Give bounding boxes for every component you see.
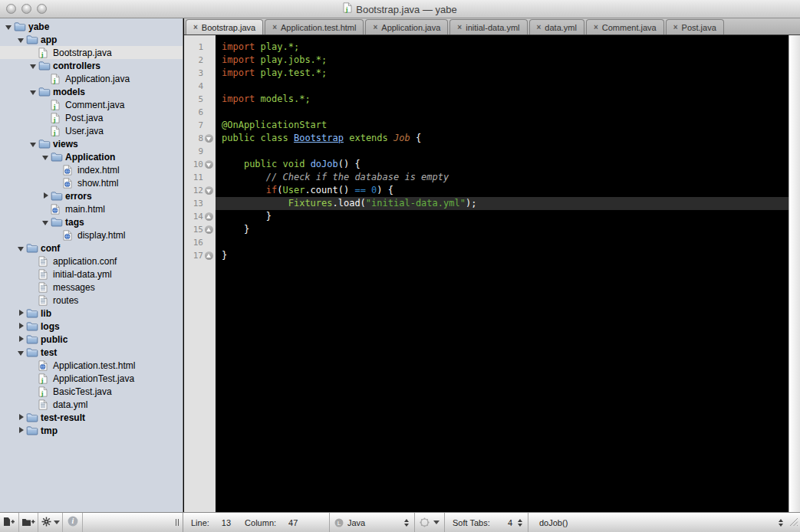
disclosure-triangle-right-icon[interactable] (17, 413, 26, 422)
tab-close-icon[interactable]: × (594, 23, 598, 31)
indent-spacer (41, 126, 51, 136)
tab-close-icon[interactable]: × (537, 23, 542, 31)
disclosure-triangle-right-icon[interactable] (17, 426, 26, 435)
sidebar-item-application[interactable]: Application (0, 150, 183, 163)
sidebar-item-show-html[interactable]: show.html (0, 176, 183, 189)
sidebar-item-models[interactable]: models (0, 85, 183, 98)
code-area[interactable]: import play.*;import play.jobs.*;import … (216, 35, 788, 512)
code-line[interactable]: import play.*; (216, 41, 788, 54)
sidebar-item-comment-java[interactable]: jComment.java (0, 98, 183, 111)
disclosure-triangle-right-icon[interactable] (41, 192, 51, 201)
tab-initial-data-yml[interactable]: ×initial-data.yml (449, 19, 527, 34)
symbol-popup[interactable]: doJob() (528, 513, 788, 532)
application-window: j Bootstrap.java — yabe yabeappjBootstra… (0, 0, 800, 532)
fold-end-icon[interactable] (203, 225, 214, 235)
disclosure-triangle-down-icon[interactable] (29, 61, 38, 71)
disclosure-triangle-down-icon[interactable] (17, 244, 26, 253)
language-popup[interactable]: L Java (330, 513, 414, 532)
sidebar-item-application-java[interactable]: jApplication.java (0, 72, 183, 85)
code-line[interactable]: @OnApplicationStart (216, 119, 788, 132)
sidebar-item-app[interactable]: app (0, 33, 183, 46)
disclosure-triangle-down-icon[interactable] (41, 218, 51, 227)
sidebar-item-user-java[interactable]: jUser.java (0, 124, 183, 137)
actions-menu-button[interactable] (38, 513, 63, 532)
code-line[interactable]: // Check if the database is empty (216, 171, 788, 184)
tab-close-icon[interactable]: × (457, 23, 462, 31)
disclosure-triangle-right-icon[interactable] (17, 335, 26, 344)
sidebar-item-tmp[interactable]: tmp (0, 424, 183, 437)
sidebar-item-test[interactable]: test (0, 346, 183, 359)
disclosure-triangle-down-icon[interactable] (17, 348, 26, 357)
window-resize-grip[interactable] (788, 517, 800, 528)
bundle-actions-popup[interactable] (415, 513, 444, 532)
tab-application-test-html[interactable]: ×Application.test.html (265, 19, 364, 34)
status-bar: i Line: 13 Column: 47 L Java (0, 512, 800, 532)
sidebar-item-application-test-html[interactable]: Application.test.html (0, 359, 183, 372)
disclosure-triangle-down-icon[interactable] (29, 140, 38, 149)
code-line[interactable]: public class Bootstrap extends Job { (216, 132, 788, 145)
sidebar-item-controllers[interactable]: controllers (0, 59, 183, 72)
disclosure-triangle-down-icon[interactable] (41, 153, 51, 162)
sidebar-item-errors[interactable]: errors (0, 189, 183, 202)
code-line-current[interactable]: Fixtures.load("initial-data.yml"); (216, 197, 788, 210)
code-line[interactable]: public void doJob() { (216, 158, 788, 171)
fold-start-icon[interactable] (203, 186, 214, 196)
sidebar-item-index-html[interactable]: index.html (0, 163, 183, 176)
soft-tabs-popup[interactable]: Soft Tabs: 4 (445, 513, 528, 532)
sidebar-item-application-conf[interactable]: application.conf (0, 255, 183, 268)
tab-close-icon[interactable]: × (272, 23, 277, 31)
sidebar-item-initial-data-yml[interactable]: initial-data.yml (0, 268, 183, 281)
sidebar-item-logs[interactable]: logs (0, 320, 183, 333)
tab-close-icon[interactable]: × (673, 23, 678, 31)
tab-application-java[interactable]: ×Application.java (365, 19, 448, 34)
tab-post-java[interactable]: ×Post.java (666, 19, 724, 34)
code-line[interactable] (216, 106, 788, 119)
code-line[interactable]: if(User.count() == 0) { (216, 184, 788, 197)
tab-close-icon[interactable]: × (373, 23, 377, 31)
sidebar-item-post-java[interactable]: jPost.java (0, 111, 183, 124)
disclosure-triangle-right-icon[interactable] (17, 309, 26, 318)
sidebar-item-main-html[interactable]: main.html (0, 202, 183, 215)
fold-column-spacer (203, 172, 214, 183)
code-line[interactable] (216, 236, 788, 249)
code-line[interactable]: import play.jobs.*; (216, 54, 788, 67)
fold-end-icon[interactable] (203, 212, 214, 222)
sidebar-item-messages[interactable]: messages (0, 281, 183, 294)
tab-comment-java[interactable]: ×Comment.java (586, 19, 664, 34)
fold-end-icon[interactable] (203, 251, 214, 261)
sidebar-item-views[interactable]: views (0, 137, 183, 150)
fold-start-icon[interactable] (203, 159, 214, 170)
disclosure-triangle-down-icon[interactable] (5, 22, 14, 31)
tab-bootstrap-java[interactable]: ×Bootstrap.java (186, 19, 263, 34)
sidebar-item-basictest-java[interactable]: jBasicTest.java (0, 385, 183, 398)
fold-start-icon[interactable] (203, 133, 214, 144)
sidebar-item-data-yml[interactable]: data.yml (0, 398, 183, 411)
code-line[interactable]: } (216, 249, 788, 262)
sidebar-item-public[interactable]: public (0, 333, 183, 346)
code-line[interactable]: } (216, 210, 788, 223)
sidebar-item-display-html[interactable]: display.html (0, 228, 183, 241)
sidebar-item-tags[interactable]: tags (0, 215, 183, 228)
code-line[interactable]: import play.test.*; (216, 67, 788, 80)
new-file-button[interactable] (0, 513, 19, 532)
new-folder-button[interactable] (19, 513, 38, 532)
disclosure-triangle-down-icon[interactable] (17, 35, 26, 44)
sidebar-item-bootstrap-java[interactable]: jBootstrap.java (0, 46, 183, 59)
code-line[interactable] (216, 145, 788, 158)
sidebar-item-lib[interactable]: lib (0, 307, 183, 320)
sidebar-item-conf[interactable]: conf (0, 241, 183, 255)
sidebar-item-routes[interactable]: routes (0, 294, 183, 307)
info-button[interactable]: i (63, 513, 83, 532)
drawer-resize-handle[interactable] (176, 513, 179, 532)
tab-close-icon[interactable]: × (193, 23, 198, 31)
code-line[interactable]: } (216, 223, 788, 236)
sidebar-item-test-result[interactable]: test-result (0, 411, 183, 424)
code-line[interactable] (216, 80, 788, 93)
sidebar-item-applicationtest-java[interactable]: jApplicationTest.java (0, 372, 183, 385)
vertical-scrollbar[interactable] (788, 35, 800, 512)
disclosure-triangle-down-icon[interactable] (29, 87, 38, 97)
disclosure-triangle-right-icon[interactable] (17, 322, 26, 331)
tab-data-yml[interactable]: ×data.yml (529, 19, 584, 34)
sidebar-item-yabe[interactable]: yabe (0, 20, 183, 33)
code-line[interactable]: import models.*; (216, 93, 788, 106)
